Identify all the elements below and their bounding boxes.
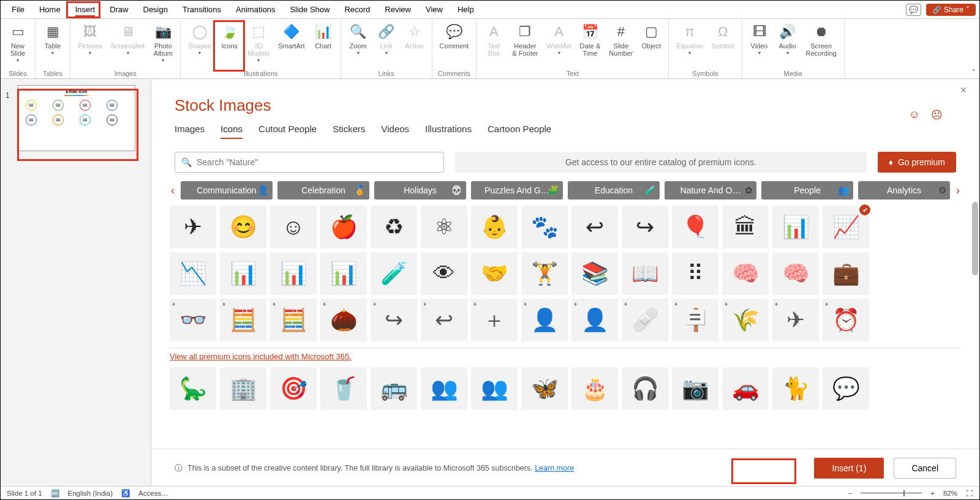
tab-cartoon-people[interactable]: Cartoon People [488,124,551,139]
icon-cell-premium[interactable]: ♦↩ [421,299,467,341]
icon-cell[interactable]: 🏋 [521,252,568,295]
icon-cell[interactable]: 🎧 [622,367,668,410]
menu-view[interactable]: View [418,2,450,17]
status-lang[interactable]: English (India) [68,490,113,497]
zoom-out-icon[interactable]: − [848,490,853,497]
learn-more-link[interactable]: Learn more [535,464,574,472]
premium-link[interactable]: View all premium icons included with Mic… [170,352,961,361]
icon-cell-premium[interactable]: ♦🧮 [220,299,266,341]
menu-help[interactable]: Help [450,2,481,17]
category-holidays[interactable]: Holidays💀 [374,181,466,200]
icon-cell[interactable]: 👶 [471,206,518,248]
go-premium-button[interactable]: ♦ Go premium [878,152,956,173]
icon-cell[interactable]: 📊 [772,206,819,248]
icon-cell[interactable]: 😊 [220,206,266,248]
category-people[interactable]: People👥 [761,181,853,200]
icon-cell[interactable]: 👁 [421,252,467,295]
ribbon-new-slide[interactable]: ▭NewSlide▾ [4,20,31,70]
menu-slideshow[interactable]: Slide Show [282,2,337,17]
ribbon-collapse-icon[interactable]: ˅ [972,69,976,77]
icon-cell-premium[interactable]: ♦↪ [371,299,417,341]
zoom-slider[interactable] [861,492,922,494]
icon-cell-premium[interactable]: ♦👤 [521,299,568,341]
menu-home[interactable]: Home [32,2,68,17]
icon-cell[interactable]: 👥 [421,367,467,410]
icon-cell[interactable]: ⠿ [672,252,718,295]
category-puzzles[interactable]: Puzzles And G…🧩 [471,181,563,200]
status-access[interactable]: Access… [138,490,168,497]
slide-thumbnail-1[interactable]: Email Icon ✉✉✉✉ ✉✉✉✉ [18,85,135,151]
icon-cell[interactable]: 💬 [823,367,869,410]
ribbon-slide-number[interactable]: #SlideNumber [605,20,636,70]
icon-cell[interactable]: 📚 [571,252,618,295]
fit-to-window-icon[interactable]: ⛶ [966,490,973,497]
menu-record[interactable]: Record [337,2,377,17]
ribbon-equation[interactable]: πEquation▾ [673,20,706,70]
icon-cell[interactable]: 🏢 [220,367,266,410]
icon-cell[interactable]: 🧠 [772,252,819,295]
category-education[interactable]: Education🧪 [568,181,660,200]
scrollbar-thumb[interactable] [972,202,978,275]
category-communication[interactable]: Communication👤 [181,181,273,200]
ribbon-table[interactable]: ▦Table▾ [39,20,66,70]
zoom-in-icon[interactable]: + [930,490,935,497]
icon-cell-premium[interactable]: ♦✈ [772,299,819,341]
icon-cell[interactable]: ☺ [270,206,317,248]
ribbon-zoom[interactable]: 🔍Zoom▾ [345,20,372,70]
icon-cell[interactable]: 📈 [823,206,869,248]
icon-cell-premium[interactable]: ♦🌾 [722,299,769,341]
icon-cell[interactable]: 🧠 [722,252,769,295]
icon-cell[interactable]: 📊 [270,252,317,295]
icon-cell-premium[interactable]: ♦👓 [170,299,216,341]
feedback-sad-icon[interactable]: ☹ [931,108,943,122]
ribbon-header-footer[interactable]: ❐Header& Footer [508,20,541,70]
ribbon-date-time[interactable]: 📅Date &Time [576,20,605,70]
icon-cell[interactable]: 🎯 [270,367,317,410]
category-analytics[interactable]: Analytics⚙ [858,181,950,200]
tab-stickers[interactable]: Stickers [333,124,365,139]
icon-cell[interactable]: ↪ [622,206,668,248]
icon-cell[interactable]: 📉 [170,252,216,295]
status-zoom[interactable]: 82% [943,490,957,497]
ribbon-chart[interactable]: 📊Chart [310,20,337,70]
icon-cell[interactable]: ♻ [371,206,417,248]
ribbon-smartart[interactable]: 🔷SmartArt [274,20,308,70]
icon-cell-premium[interactable]: ♦🌰 [320,299,367,341]
ribbon-screenshot[interactable]: 🖥Screenshot▾ [107,20,149,70]
icon-cell[interactable]: 📊 [320,252,367,295]
ribbon-object[interactable]: ▢Object [638,20,665,70]
icon-cell[interactable]: 📖 [622,252,668,295]
ribbon-pictures[interactable]: 🖼Pictures▾ [74,20,106,70]
icon-cell[interactable]: 🐾 [521,206,568,248]
menu-file[interactable]: File [4,2,32,17]
menu-draw[interactable]: Draw [102,2,135,17]
ribbon-comment[interactable]: 💬Comment [436,20,473,70]
icon-cell[interactable]: ↩ [571,206,618,248]
icon-cell[interactable]: 📊 [220,252,266,295]
ribbon-link[interactable]: 🔗Link▾ [373,20,400,70]
icon-cell[interactable]: 🚌 [371,367,417,410]
menu-review[interactable]: Review [377,2,418,17]
ribbon-icons[interactable]: 🍃Icons [216,20,243,70]
icon-cell-premium[interactable]: ♦＋ [471,299,518,341]
feedback-happy-icon[interactable]: ☺ [909,108,920,122]
icon-cell[interactable]: 🤝 [471,252,518,295]
icon-cell[interactable]: 🏛 [722,206,769,248]
icon-cell[interactable]: 📷 [672,367,718,410]
icon-cell[interactable]: 🎂 [571,367,618,410]
tab-cutout-people[interactable]: Cutout People [258,124,317,139]
ribbon-shapes[interactable]: ◯Shapes▾ [184,20,214,70]
tab-videos[interactable]: Videos [381,124,409,139]
ribbon-video[interactable]: 🎞Video▾ [746,20,773,70]
ribbon-wordart[interactable]: AWordArt▾ [543,20,575,70]
ribbon--d-models[interactable]: ⬚3DModels▾ [244,20,273,70]
icon-cell-premium[interactable]: ♦🪧 [672,299,718,341]
category-prev-icon[interactable]: ‹ [170,184,176,197]
category-celebration[interactable]: Celebration🏅 [277,181,369,200]
tab-illustrations[interactable]: Illustrations [425,124,472,139]
cancel-button[interactable]: Cancel [894,458,956,479]
ribbon-audio[interactable]: 🔊Audio▾ [774,20,801,70]
tab-icons[interactable]: Icons [221,124,243,139]
menu-insert[interactable]: Insert [68,2,103,17]
accessibility-icon[interactable]: ♿ [121,489,130,498]
